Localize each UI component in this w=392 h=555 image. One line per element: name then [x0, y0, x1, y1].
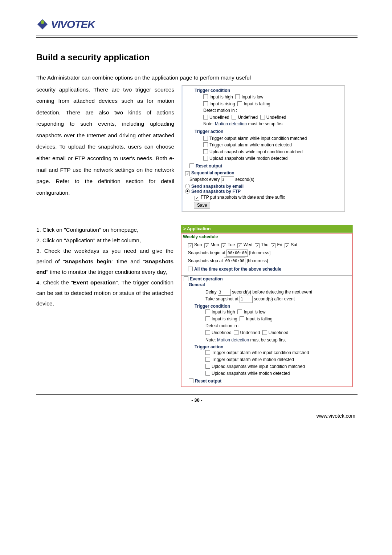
ta4-checkbox-2[interactable] — [205, 371, 210, 376]
step-4b: Event operation — [73, 279, 116, 285]
page-title: Build a security application — [36, 52, 358, 62]
vivotek-logo-icon — [36, 18, 49, 31]
undefined-1-checkbox[interactable] — [203, 115, 208, 119]
trigger-condition-label-2: Trigger condition — [195, 304, 350, 309]
general-label: General — [189, 281, 350, 288]
body-paragraph-1: security applications. There are two tri… — [36, 84, 174, 199]
snap-stop-suffix: [hh:mm:ss] — [245, 258, 268, 263]
snapshot-every-input[interactable]: 3 — [221, 176, 234, 183]
undefined-2-label: Undefined — [238, 115, 258, 120]
snap-stop-input[interactable]: 00:00:00 — [224, 258, 245, 265]
ta3-checkbox[interactable] — [203, 149, 208, 154]
day-sat-label: Sat — [291, 242, 297, 247]
take-input[interactable]: 1 — [240, 296, 253, 303]
undefined-2-checkbox-2[interactable] — [234, 330, 238, 335]
day-fri-checkbox[interactable] — [271, 243, 275, 248]
ftp-suffix-label: FTP put snapshots with date and time suf… — [201, 195, 285, 200]
input-high-label: Input is high — [209, 94, 233, 100]
input-falling-checkbox-2[interactable] — [240, 316, 244, 321]
ta1-label-2: Trigger output alarm while input conditi… — [212, 350, 309, 355]
note-tail-2: must be setup first — [249, 337, 286, 343]
logo-text: VIVOTEK — [51, 18, 95, 31]
snap-begin-suffix: [hh:mm:ss] — [248, 250, 270, 255]
undefined-3-checkbox[interactable] — [260, 115, 265, 119]
input-low-checkbox[interactable] — [235, 94, 240, 99]
day-wed-checkbox[interactable] — [237, 243, 242, 248]
day-thu-checkbox[interactable] — [255, 243, 260, 248]
ta4-checkbox[interactable] — [203, 156, 208, 161]
undefined-2-checkbox[interactable] — [232, 115, 236, 119]
day-mon-checkbox[interactable] — [204, 243, 209, 248]
day-sun-label: Sun — [194, 242, 202, 247]
ta3-checkbox-2[interactable] — [205, 364, 210, 369]
motion-detection-link-2[interactable]: Motion detection — [217, 337, 249, 343]
snap-begin-input[interactable]: 00:00:00 — [226, 250, 248, 257]
day-wed-label: Wed — [244, 242, 252, 247]
take-prefix: Take snapshot at — [205, 296, 240, 301]
ta1-label: Trigger output alarm while input conditi… — [209, 136, 307, 141]
undefined-3-checkbox-2[interactable] — [262, 330, 267, 335]
input-rising-checkbox[interactable] — [203, 101, 208, 106]
ta4-label: Upload snapshots while motion detected — [209, 156, 287, 161]
all-time-checkbox[interactable] — [188, 267, 193, 271]
note-tail: must be setup first — [247, 121, 283, 126]
delay-suffix: second(s) before detecting the next even… — [231, 289, 312, 295]
ta1-checkbox[interactable] — [203, 136, 208, 141]
logo: VIVOTEK — [36, 18, 358, 31]
input-low-label-2: Input is low — [244, 309, 265, 315]
event-operation-checkbox[interactable] — [184, 276, 188, 281]
step-3e: " time to monitor the trigger conditions… — [46, 269, 167, 275]
all-time-label: All the time except for the above schedu… — [194, 267, 281, 272]
delay-input[interactable]: 3 — [218, 289, 231, 296]
snapshot-every-prefix: Snapshot every — [189, 177, 221, 182]
ta2-checkbox-2[interactable] — [205, 357, 210, 362]
detect-motion-label-2: Detect motion in : — [205, 323, 350, 329]
ta2-checkbox[interactable] — [203, 142, 208, 147]
send-email-radio[interactable] — [185, 184, 190, 189]
ta2-label-2: Trigger output alarm while motion detect… — [212, 357, 294, 362]
input-low-label: Input is low — [241, 94, 263, 100]
sequential-operation-checkbox[interactable] — [185, 171, 190, 176]
input-low-checkbox-2[interactable] — [237, 309, 242, 314]
input-high-checkbox-2[interactable] — [205, 309, 210, 314]
application-panel-full: > Application Weekly schedule Sun Mon Tu… — [181, 225, 353, 387]
undefined-2-label-2: Undefined — [240, 330, 260, 335]
undefined-3-label: Undefined — [266, 115, 286, 120]
input-rising-checkbox-2[interactable] — [205, 316, 210, 321]
send-ftp-radio[interactable] — [185, 189, 190, 194]
input-high-checkbox[interactable] — [203, 94, 208, 99]
input-falling-checkbox[interactable] — [237, 101, 242, 106]
send-email-label: Send snapshots by email — [191, 184, 244, 189]
ta3-label: Upload snapshots while input condition m… — [209, 149, 303, 154]
motion-detection-link[interactable]: Motion detection — [215, 121, 247, 126]
step-3b: Snapshots begin — [65, 258, 112, 264]
steps-block: 1. Click on "Configuration" on homepage,… — [36, 225, 173, 309]
detect-motion-label: Detect motion in : — [203, 107, 342, 114]
ta1-checkbox-2[interactable] — [205, 350, 210, 355]
send-ftp-label: Send snapshots by FTP — [191, 189, 241, 194]
footer-url: www.vivotek.com — [36, 413, 355, 419]
reset-output-checkbox[interactable] — [189, 163, 194, 168]
sequential-operation-label: Sequential operation — [191, 170, 234, 175]
step-1: 1. Click on "Configuration" on homepage, — [36, 225, 173, 235]
day-fri-label: Fri — [277, 242, 282, 247]
day-sun-checkbox[interactable] — [188, 243, 193, 248]
day-tue-checkbox[interactable] — [221, 243, 226, 248]
reset-output-checkbox-2[interactable] — [189, 378, 193, 383]
input-rising-label-2: Input is rising — [212, 316, 237, 321]
day-tue-label: Tue — [228, 242, 235, 247]
page-number: - 30 - — [36, 397, 358, 403]
day-sat-checkbox[interactable] — [285, 243, 289, 248]
intro-text: The Administrator can combine options on… — [36, 73, 358, 83]
save-button[interactable]: Save — [194, 202, 210, 208]
ta4-label-2: Upload snapshots while motion detected — [212, 371, 290, 376]
input-falling-label: Input is falling — [244, 101, 270, 106]
ftp-suffix-checkbox[interactable] — [195, 196, 199, 200]
application-section-header: > Application — [181, 225, 353, 233]
ta2-label: Trigger output alarm while motion detect… — [209, 142, 292, 147]
day-thu-label: Thu — [261, 242, 269, 247]
reset-output-label-2: Reset output — [195, 378, 221, 384]
step-4a: 4. Check the " — [36, 279, 73, 285]
svg-point-0 — [41, 20, 44, 24]
undefined-1-checkbox-2[interactable] — [205, 330, 210, 335]
